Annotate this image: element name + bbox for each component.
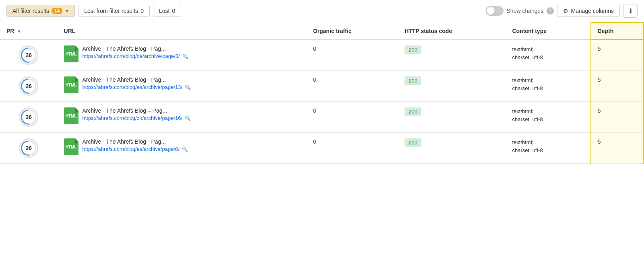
url-cell: HTML Archive - The Ahrefs Blog - Pag... … — [58, 133, 307, 164]
url-link[interactable]: https://ahrefs.com/blog/zh/archive/page/… — [83, 115, 183, 121]
pr-circle: 26 — [19, 45, 38, 65]
lost-count: 0 — [172, 8, 175, 14]
url-cell: HTML Archive - The Ahrefs Blog – Pag... … — [58, 102, 307, 133]
pr-value-container: 26 — [6, 138, 51, 158]
show-changes-toggle[interactable] — [486, 6, 504, 16]
lost-from-filter-button[interactable]: Lost from filter results 0 — [78, 5, 150, 17]
all-filter-count: 14 — [52, 8, 62, 14]
url-info: Archive - The Ahrefs Blog – Pag... https… — [83, 107, 191, 122]
organic-traffic-cell: 0 — [307, 39, 398, 71]
url-info: Archive - The Ahrefs Blog - Pag... https… — [83, 138, 188, 153]
organic-traffic-cell: 0 — [307, 71, 398, 102]
all-filter-label: All filter results — [12, 8, 49, 14]
depth-value: 5 — [598, 107, 601, 114]
gear-icon: ⚙ — [563, 8, 568, 14]
http-status-cell: 200 — [398, 133, 506, 164]
url-link[interactable]: https://ahrefs.com/blog/es/archive/page/… — [83, 146, 180, 152]
main-table-container: PR ▼ URL Organic traffic HTTP status cod… — [0, 22, 644, 164]
table-row: 26 HTML Archive - The Ahrefs Blog - Pag.… — [0, 39, 644, 71]
pr-value-container: 26 — [6, 45, 51, 65]
url-cell-inner: HTML Archive - The Ahrefs Blog – Pag... … — [64, 107, 300, 124]
pr-number: 26 — [25, 145, 32, 151]
page-title: Archive - The Ahrefs Blog - Pag... — [83, 138, 188, 145]
search-icon[interactable]: 🔍 — [185, 115, 191, 121]
all-filter-button[interactable]: All filter results 14 ▼ — [6, 5, 75, 17]
col-header-url: URL — [58, 23, 307, 39]
url-link[interactable]: https://ahrefs.com/blog/de/archive/page/… — [83, 53, 180, 59]
col-label-content-type: Content type — [512, 28, 547, 34]
col-label-url: URL — [64, 28, 76, 34]
manage-columns-label: Manage columns — [571, 8, 614, 14]
main-table: PR ▼ URL Organic traffic HTTP status cod… — [0, 22, 644, 164]
url-cell-inner: HTML Archive - The Ahrefs Blog - Pag... … — [64, 138, 300, 155]
col-header-http-status: HTTP status code — [398, 23, 506, 39]
url-cell: HTML Archive - The Ahrefs Blog - Pag... … — [58, 71, 307, 102]
status-badge: 200 — [405, 138, 421, 147]
col-label-organic-traffic: Organic traffic — [313, 28, 352, 34]
url-cell: HTML Archive - The Ahrefs Blog - Pag... … — [58, 39, 307, 71]
url-cell-inner: HTML Archive - The Ahrefs Blog - Pag... … — [64, 76, 300, 93]
search-icon[interactable]: 🔍 — [182, 146, 188, 152]
pr-cell: 26 — [0, 102, 58, 133]
pr-cell: 26 — [0, 39, 58, 71]
http-status-cell: 200 — [398, 39, 506, 71]
depth-cell: 5 — [591, 102, 644, 133]
help-icon[interactable]: ? — [547, 7, 554, 14]
content-type-cell: text/html;charset=utf-8 — [506, 39, 590, 71]
status-badge: 200 — [405, 107, 421, 116]
html-file-icon: HTML — [64, 107, 78, 124]
content-type-cell: text/html;charset=utf-8 — [506, 71, 590, 102]
pr-number: 26 — [25, 114, 32, 120]
download-button[interactable]: ⬇ — [623, 4, 638, 18]
content-type-value: text/html;charset=utf-8 — [512, 139, 543, 153]
page-title: Archive - The Ahrefs Blog - Pag... — [83, 76, 191, 83]
table-row: 26 HTML Archive - The Ahrefs Blog - Pag.… — [0, 133, 644, 164]
pr-circle: 26 — [19, 107, 38, 127]
url-cell-inner: HTML Archive - The Ahrefs Blog - Pag... … — [64, 45, 300, 62]
search-icon[interactable]: 🔍 — [182, 54, 188, 59]
html-file-icon: HTML — [64, 45, 78, 62]
lost-filter-label: Lost from filter results — [84, 8, 138, 14]
depth-value: 5 — [598, 138, 601, 145]
organic-traffic-value: 0 — [313, 107, 316, 114]
table-row: 26 HTML Archive - The Ahrefs Blog – Pag.… — [0, 102, 644, 133]
toolbar: All filter results 14 ▼ Lost from filter… — [0, 0, 644, 22]
search-icon[interactable]: 🔍 — [185, 84, 191, 90]
lost-button[interactable]: Lost 0 — [153, 5, 181, 17]
pr-circle: 26 — [19, 138, 38, 158]
download-icon: ⬇ — [628, 7, 633, 15]
url-link[interactable]: https://ahrefs.com/blog/es/archive/page/… — [83, 84, 183, 90]
http-status-cell: 200 — [398, 102, 506, 133]
content-type-value: text/html;charset=utf-8 — [512, 77, 543, 91]
pr-number: 26 — [25, 83, 32, 89]
col-header-depth: Depth — [591, 23, 644, 39]
pr-cell: 26 — [0, 133, 58, 164]
pr-value-container: 26 — [6, 107, 51, 127]
url-info: Archive - The Ahrefs Blog - Pag... https… — [83, 76, 191, 91]
col-label-pr: PR — [6, 28, 14, 34]
page-title: Archive - The Ahrefs Blog – Pag... — [83, 107, 191, 114]
col-header-content-type: Content type — [506, 23, 590, 39]
content-type-value: text/html;charset=utf-8 — [512, 46, 543, 60]
depth-value: 5 — [598, 45, 601, 52]
col-header-organic-traffic: Organic traffic — [307, 23, 398, 39]
depth-cell: 5 — [591, 39, 644, 71]
manage-columns-button[interactable]: ⚙ Manage columns — [557, 5, 620, 17]
page-title: Archive - The Ahrefs Blog - Pag... — [83, 45, 188, 52]
url-info: Archive - The Ahrefs Blog - Pag... https… — [83, 45, 188, 60]
sort-arrow-icon: ▼ — [17, 29, 21, 34]
status-badge: 200 — [405, 45, 421, 54]
show-changes-label: Show changes — [507, 8, 544, 14]
http-status-cell: 200 — [398, 71, 506, 102]
organic-traffic-value: 0 — [313, 138, 316, 145]
pr-cell: 26 — [0, 71, 58, 102]
col-header-pr[interactable]: PR ▼ — [0, 23, 58, 39]
pr-value-container: 26 — [6, 76, 51, 96]
table-row: 26 HTML Archive - The Ahrefs Blog - Pag.… — [0, 71, 644, 102]
organic-traffic-value: 0 — [313, 76, 316, 83]
content-type-cell: text/html;charset=utf-8 — [506, 133, 590, 164]
lost-filter-count: 0 — [140, 8, 144, 14]
status-badge: 200 — [405, 76, 421, 85]
organic-traffic-cell: 0 — [307, 102, 398, 133]
depth-cell: 5 — [591, 71, 644, 102]
